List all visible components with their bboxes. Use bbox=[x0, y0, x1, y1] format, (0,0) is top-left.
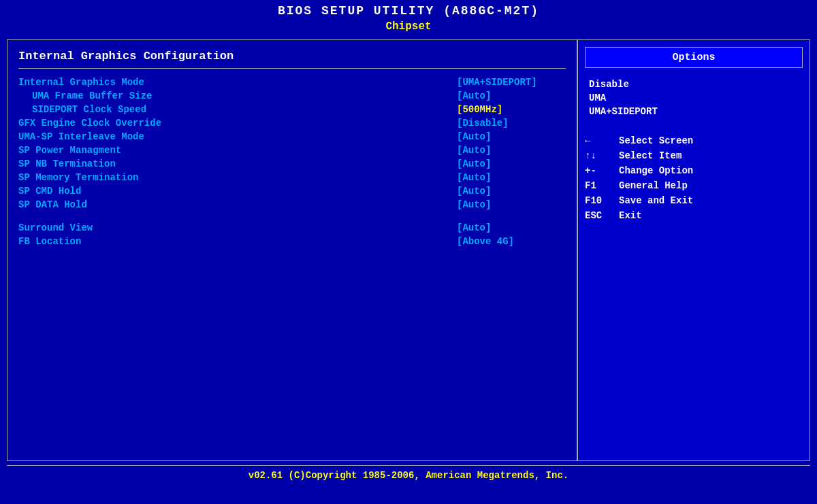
key-description: Select Item bbox=[619, 150, 682, 161]
config-label: SP DATA Hold bbox=[18, 199, 250, 210]
config-value: [Auto] bbox=[457, 90, 566, 101]
config-label: Surround View bbox=[18, 222, 250, 233]
footer-text: v02.61 (C)Copyright 1985-2006, American … bbox=[249, 470, 568, 481]
key-name: ESC bbox=[585, 210, 619, 221]
key-help: ←Select Screen↑↓Select Item+-Change Opti… bbox=[578, 122, 810, 227]
key-name: ↑↓ bbox=[585, 150, 619, 161]
key-description: General Help bbox=[619, 180, 688, 191]
option-item[interactable]: UMA+SIDEPORT bbox=[589, 105, 799, 118]
config-value: [Auto] bbox=[457, 199, 566, 210]
left-panel: Internal Graphics Configuration Internal… bbox=[7, 40, 578, 460]
key-help-row: F10Save and Exit bbox=[585, 193, 803, 208]
config-value: [500MHz] bbox=[457, 104, 566, 115]
config-row: Surround View[Auto] bbox=[18, 221, 566, 235]
config-row: GFX Engine Clock Override[Disable] bbox=[18, 116, 566, 130]
config-row: UMA Frame Buffer Size[Auto] bbox=[18, 89, 566, 103]
config-value: [Auto] bbox=[457, 172, 566, 183]
main-container: Internal Graphics Configuration Internal… bbox=[7, 39, 810, 461]
key-description: Change Option bbox=[619, 165, 693, 176]
footer-bar: v02.61 (C)Copyright 1985-2006, American … bbox=[7, 465, 810, 485]
section-title: Internal Graphics Configuration bbox=[18, 50, 566, 69]
config-label: UMA-SP Interleave Mode bbox=[18, 131, 250, 142]
config-row: SP Memory Termination[Auto] bbox=[18, 171, 566, 184]
config-row: SIDEPORT Clock Speed[500MHz] bbox=[18, 103, 566, 116]
config-value: [Auto] bbox=[457, 222, 566, 233]
key-name: ← bbox=[585, 135, 619, 146]
title-bar: BIOS SETUP UTILITY (A88GC-M2T) bbox=[0, 0, 817, 19]
key-help-row: F1General Help bbox=[585, 178, 803, 193]
config-value: [Auto] bbox=[457, 145, 566, 156]
key-help-row: +-Change Option bbox=[585, 163, 803, 178]
key-help-row: ESCExit bbox=[585, 208, 803, 223]
config-row: SP NB Termination[Auto] bbox=[18, 157, 566, 171]
config-label: UMA Frame Buffer Size bbox=[18, 90, 250, 101]
config-label: FB Location bbox=[18, 236, 250, 247]
option-item[interactable]: UMA bbox=[589, 91, 799, 105]
config-label: Internal Graphics Mode bbox=[18, 77, 250, 88]
key-description: Select Screen bbox=[619, 135, 693, 146]
key-name: F10 bbox=[585, 195, 619, 206]
config-row: SP CMD Hold[Auto] bbox=[18, 184, 566, 198]
page-subtitle: Chipset bbox=[0, 19, 817, 35]
config-row: Internal Graphics Mode[UMA+SIDEPORT] bbox=[18, 75, 566, 89]
key-description: Exit bbox=[619, 210, 642, 221]
config-label: SP CMD Hold bbox=[18, 186, 250, 197]
config-value: [Auto] bbox=[457, 131, 566, 142]
key-description: Save and Exit bbox=[619, 195, 693, 206]
config-label: SP NB Termination bbox=[18, 158, 250, 169]
option-item[interactable]: Disable bbox=[589, 78, 799, 91]
config-value: [UMA+SIDEPORT] bbox=[457, 77, 566, 88]
key-help-row: ↑↓Select Item bbox=[585, 148, 803, 163]
config-rows: Internal Graphics Mode[UMA+SIDEPORT]UMA … bbox=[18, 75, 566, 248]
bios-title: BIOS SETUP UTILITY (A88GC-M2T) bbox=[278, 4, 539, 18]
config-label: SP Power Managment bbox=[18, 145, 250, 156]
options-list: DisableUMAUMA+SIDEPORT bbox=[578, 73, 810, 122]
config-value: [Auto] bbox=[457, 186, 566, 197]
config-label: SP Memory Termination bbox=[18, 172, 250, 183]
config-value: [Disable] bbox=[457, 118, 566, 129]
config-row: SP Power Managment[Auto] bbox=[18, 144, 566, 157]
config-value: [Auto] bbox=[457, 158, 566, 169]
config-row: SP DATA Hold[Auto] bbox=[18, 198, 566, 212]
key-name: +- bbox=[585, 165, 619, 176]
right-panel: Options DisableUMAUMA+SIDEPORT ←Select S… bbox=[578, 40, 810, 460]
key-help-row: ←Select Screen bbox=[585, 133, 803, 148]
config-row: FB Location[Above 4G] bbox=[18, 235, 566, 248]
config-value: [Above 4G] bbox=[457, 236, 566, 247]
key-name: F1 bbox=[585, 180, 619, 191]
config-label: SIDEPORT Clock Speed bbox=[18, 104, 250, 115]
options-header: Options bbox=[585, 47, 803, 68]
config-row: UMA-SP Interleave Mode[Auto] bbox=[18, 130, 566, 144]
config-label: GFX Engine Clock Override bbox=[18, 118, 250, 129]
